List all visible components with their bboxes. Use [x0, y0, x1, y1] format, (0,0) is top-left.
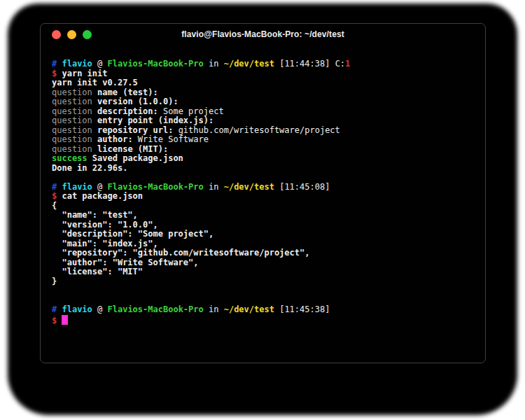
terminal-segment: flavio [62, 182, 92, 192]
terminal-segment: "license": "MIT" [52, 267, 143, 276]
terminal-line: question author: Write Software [52, 135, 478, 145]
close-button[interactable] [52, 30, 61, 39]
terminal-segment: $ [52, 69, 62, 78]
traffic-lights [52, 24, 92, 45]
terminal-segment: Flavios-MacBook-Pro [108, 59, 204, 69]
terminal-segment: [11:44:38] [274, 59, 335, 69]
terminal-segment: Flavios-MacBook-Pro [108, 304, 204, 314]
terminal-line: $ cat package.json [52, 192, 478, 202]
terminal-segment: version (1.0.0): [97, 97, 178, 106]
terminal-segment: flavio [62, 304, 92, 314]
terminal-segment: "author": "Write Software", [52, 258, 199, 267]
terminal-segment: Saved package.json [88, 153, 183, 163]
terminal-segment: question [52, 88, 97, 97]
terminal-segment: question [52, 106, 97, 116]
terminal-line: question license (MIT): [52, 145, 478, 155]
terminal-segment: "repository": "github.com/writesoftware/… [52, 248, 309, 258]
terminal-window: flavio@Flavios-MacBook-Pro: ~/dev/test #… [40, 23, 486, 363]
terminal-line: "name": "test", [52, 211, 478, 220]
terminal-segment: C: [335, 59, 345, 69]
terminal-segment: [11:45:08] [274, 182, 330, 192]
terminal-segment: in [204, 304, 224, 314]
terminal-segment: ~/dev/test [224, 304, 274, 314]
terminal-segment: question [52, 125, 97, 135]
terminal-segment: # [52, 304, 62, 314]
terminal-line: question repository url: github.com/writ… [52, 126, 478, 136]
terminal-line: "repository": "github.com/writesoftware/… [52, 248, 478, 258]
terminal-segment: { [52, 201, 57, 211]
terminal-segment: "main": "index.js", [52, 239, 158, 248]
window-title: flavio@Flavios-MacBook-Pro: ~/dev/test [41, 24, 485, 45]
terminal-segment: author: [97, 134, 133, 144]
zoom-button[interactable] [83, 30, 92, 39]
terminal-segment: license (MIT): [97, 144, 168, 154]
terminal-segment: question [52, 144, 97, 154]
terminal-segment: yarn init [62, 69, 107, 78]
terminal-segment: $ [52, 191, 62, 201]
terminal-segment: ~/dev/test [224, 59, 274, 69]
terminal-segment: github.com/writesoftware/project [173, 125, 340, 135]
terminal-segment: "description": "Some project", [52, 229, 214, 239]
terminal-segment: name (test): [97, 88, 158, 97]
terminal-segment: question [52, 97, 97, 106]
terminal-cursor [62, 315, 68, 325]
terminal-line: { [52, 202, 478, 211]
terminal-segment: description: [97, 106, 158, 116]
terminal-segment: "name": "test", [52, 210, 138, 220]
minimize-button[interactable] [67, 30, 76, 39]
terminal-line: Done in 22.96s. [52, 164, 478, 174]
terminal-line: yarn init v0.27.5 [52, 78, 478, 88]
terminal-segment: @ [92, 182, 108, 192]
terminal-line [52, 296, 478, 306]
terminal-segment: ~/dev/test [224, 182, 274, 192]
terminal-line: question name (test): [52, 88, 478, 98]
terminal-segment: in [204, 182, 224, 192]
terminal-segment: } [52, 276, 57, 286]
terminal-line: "license": "MIT" [52, 267, 478, 277]
terminal-segment: Done in 22.96s. [52, 163, 127, 173]
terminal-line: "description": "Some project", [52, 230, 478, 239]
terminal-line: # flavio @ Flavios-MacBook-Pro in ~/dev/… [52, 183, 478, 192]
terminal-segment: yarn init v0.27.5 [52, 78, 138, 88]
terminal-segment: question [52, 134, 97, 144]
terminal-segment: Write Software [133, 134, 209, 144]
terminal-segment: cat package.json [62, 191, 143, 201]
terminal-line [52, 173, 478, 183]
terminal-segment: # [52, 182, 62, 192]
terminal-segment: @ [92, 304, 108, 314]
terminal-segment: 1 [345, 59, 350, 69]
terminal-line: "version": "1.0.0", [52, 220, 478, 230]
terminal-segment: $ [52, 316, 62, 326]
terminal-line: $ [52, 315, 478, 326]
terminal-segment: "version": "1.0.0", [52, 220, 158, 230]
title-bar[interactable]: flavio@Flavios-MacBook-Pro: ~/dev/test [41, 24, 485, 45]
terminal-line: success Saved package.json [52, 154, 478, 164]
terminal-segment: flavio [62, 59, 92, 69]
terminal-segment: Some project [158, 106, 224, 116]
terminal-segment: Flavios-MacBook-Pro [108, 182, 204, 192]
terminal-line: $ yarn init [52, 69, 478, 79]
terminal-line: } [52, 277, 478, 287]
terminal-segment: success [52, 153, 88, 163]
terminal-segment: repository url: [97, 125, 173, 135]
terminal-line: "main": "index.js", [52, 239, 478, 249]
terminal-segment: entry point (index.js): [97, 115, 214, 125]
terminal-line: # flavio @ Flavios-MacBook-Pro in ~/dev/… [52, 59, 478, 69]
terminal-line: # flavio @ Flavios-MacBook-Pro in ~/dev/… [52, 305, 478, 315]
terminal-segment: @ [92, 59, 108, 69]
terminal-segment: # [52, 59, 62, 69]
terminal-line [52, 286, 478, 296]
terminal-line: "author": "Write Software", [52, 258, 478, 268]
terminal-output[interactable]: # flavio @ Flavios-MacBook-Pro in ~/dev/… [41, 45, 485, 326]
terminal-line: question entry point (index.js): [52, 116, 478, 126]
terminal-line: question description: Some project [52, 107, 478, 117]
terminal-line: question version (1.0.0): [52, 97, 478, 107]
terminal-segment: in [204, 59, 224, 69]
terminal-segment: question [52, 115, 97, 125]
terminal-segment: [11:45:38] [274, 304, 330, 314]
